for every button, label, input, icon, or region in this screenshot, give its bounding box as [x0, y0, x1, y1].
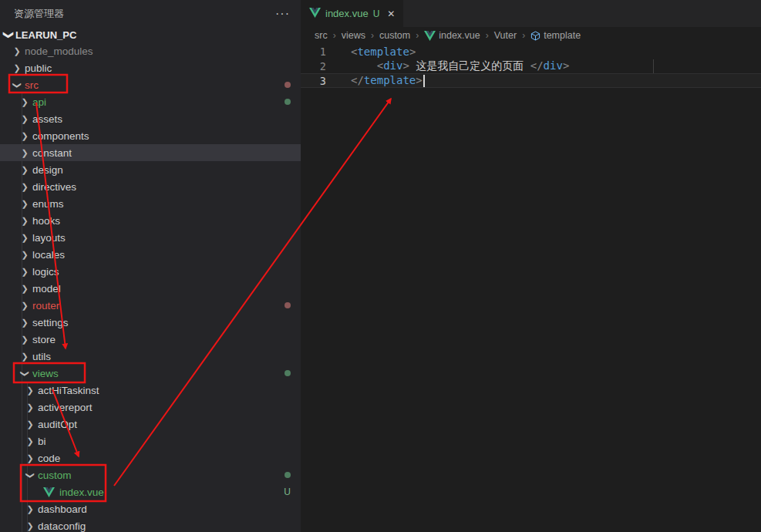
row-decorations: [285, 99, 291, 105]
breadcrumb-item-index.vue[interactable]: index.vue: [424, 30, 480, 41]
tree-item-settings[interactable]: ❯settings: [0, 314, 301, 331]
breadcrumb-item-views[interactable]: views: [342, 30, 365, 41]
tree-item-label: actHiTaskinst: [38, 385, 99, 396]
tree-item-design[interactable]: ❯design: [0, 161, 301, 178]
code-indent-guide: [653, 59, 654, 73]
status-dot-green: [285, 370, 291, 376]
tree-item-activereport[interactable]: ❯activereport: [0, 399, 301, 416]
project-root-row[interactable]: ❯ LEARUN_PC: [0, 28, 301, 42]
git-untracked-badge: U: [284, 487, 291, 497]
tree-item-label: logics: [32, 266, 59, 278]
code-token: </: [351, 74, 364, 86]
tree-item-utils[interactable]: ❯utils: [0, 348, 301, 365]
tree-item-auditOpt[interactable]: ❯auditOpt: [0, 416, 301, 433]
tree-item-constant[interactable]: ❯constant: [0, 144, 301, 161]
chevron-right-icon: ›: [486, 30, 489, 41]
breadcrumb-item-Vuter[interactable]: Vuter: [494, 30, 517, 41]
tree-item-label: components: [32, 130, 89, 142]
explorer-header: 资源管理器 ···: [0, 0, 301, 28]
code-text: <div> 这是我自己定义的页面 </div>: [335, 59, 569, 73]
code-token: >: [563, 59, 569, 72]
tree-item-enums[interactable]: ❯enums: [0, 195, 301, 212]
tree-item-code[interactable]: ❯code: [0, 450, 301, 466]
tab-file-icon-slot: [309, 7, 325, 21]
tree-item-locales[interactable]: ❯locales: [0, 246, 301, 263]
chevron-down-icon: ❯: [13, 79, 22, 91]
chevron-right-icon: ❯: [11, 47, 23, 56]
status-dot-red: [285, 82, 291, 88]
tree-item-api[interactable]: ❯api: [0, 93, 301, 110]
chevron-down-icon: ❯: [26, 469, 35, 481]
chevron-right-icon: ❯: [24, 437, 36, 446]
tab-index-vue[interactable]: index.vue U ✕: [301, 0, 403, 27]
tree-item-index.vue[interactable]: ❯ index.vueU: [0, 483, 301, 500]
chevron-right-icon: ❯: [19, 352, 31, 361]
breadcrumb-item-src[interactable]: src: [315, 30, 328, 41]
tree-item-label: activereport: [38, 402, 93, 413]
breadcrumb-label: views: [342, 30, 365, 41]
tree-item-assets[interactable]: ❯assets: [0, 110, 301, 127]
chevron-right-icon: ❯: [19, 217, 31, 225]
tree-item-label: auditOpt: [38, 419, 77, 430]
tree-item-custom[interactable]: ❯custom: [0, 466, 301, 483]
editor-tab-bar: index.vue U ✕: [301, 0, 761, 27]
tree-item-bi[interactable]: ❯bi: [0, 433, 301, 450]
more-actions-icon[interactable]: ···: [275, 7, 290, 21]
editor-group: index.vue U ✕ src›views›custom› index.vu…: [301, 0, 761, 532]
chevron-right-icon: ›: [371, 30, 374, 41]
tree-item-router[interactable]: ❯router: [0, 297, 301, 314]
row-decorations: U: [284, 487, 291, 497]
tree-item-layouts[interactable]: ❯layouts: [0, 229, 301, 246]
explorer-sidebar: 资源管理器 ··· ❯ LEARUN_PC ❯node_modules❯publ…: [0, 0, 301, 532]
tree-item-components[interactable]: ❯components: [0, 127, 301, 144]
tree-item-label: src: [25, 79, 39, 91]
vue-icon: [309, 8, 321, 18]
tree-item-label: model: [32, 283, 61, 295]
breadcrumb-label: src: [315, 30, 328, 41]
tree-item-actHiTaskinst[interactable]: ❯actHiTaskinst: [0, 382, 301, 399]
project-name: LEARUN_PC: [15, 29, 76, 41]
tree-item-label: locales: [32, 249, 65, 261]
tree-item-dashboard[interactable]: ❯dashboard: [0, 500, 301, 517]
code-line: 1<template>: [301, 44, 761, 59]
chevron-right-icon: ❯: [19, 301, 31, 310]
chevron-right-icon: ❯: [19, 318, 31, 327]
tree-item-label: utils: [32, 351, 51, 362]
chevron-right-icon: ❯: [19, 268, 31, 276]
status-dot-green: [285, 99, 291, 105]
tree-item-node_modules[interactable]: ❯node_modules: [0, 42, 301, 59]
tree-item-dataconfig[interactable]: ❯dataconfig: [0, 517, 301, 532]
tree-item-label: api: [32, 96, 46, 108]
tree-item-views[interactable]: ❯views: [0, 365, 301, 382]
tree-item-label: hooks: [32, 215, 60, 227]
breadcrumb-item-template[interactable]: template: [530, 30, 581, 41]
code-editor[interactable]: 1<template>2 <div> 这是我自己定义的页面 </div>3</t…: [301, 44, 761, 88]
tree-item-logics[interactable]: ❯logics: [0, 263, 301, 280]
breadcrumb: src›views›custom› index.vue›Vuter› templ…: [301, 27, 761, 44]
tree-item-label: bi: [38, 436, 46, 447]
close-icon[interactable]: ✕: [387, 8, 395, 19]
chevron-right-icon: ❯: [24, 454, 36, 463]
breadcrumb-label: template: [544, 30, 581, 41]
tree-item-label: views: [32, 368, 59, 379]
status-dot-green: [285, 472, 291, 478]
chevron-right-icon: ❯: [19, 251, 31, 259]
chevron-right-icon: ❯: [19, 149, 31, 157]
tree-item-store[interactable]: ❯store: [0, 331, 301, 348]
line-number: 1: [301, 45, 335, 58]
tree-item-public[interactable]: ❯public: [0, 59, 301, 76]
tree-item-src[interactable]: ❯src: [0, 76, 301, 93]
status-dot-red: [285, 302, 291, 308]
tree-item-label: dataconfig: [38, 520, 86, 532]
code-token: >: [416, 74, 422, 86]
row-decorations: [285, 472, 291, 478]
tree-item-label: index.vue: [59, 487, 104, 498]
tree-item-model[interactable]: ❯model: [0, 280, 301, 297]
code-token: template: [357, 45, 409, 58]
breadcrumb-item-custom[interactable]: custom: [379, 30, 410, 41]
file-tree: ❯node_modules❯public❯src❯api❯assets❯comp…: [0, 42, 301, 532]
chevron-right-icon: ❯: [19, 335, 31, 344]
tree-item-hooks[interactable]: ❯hooks: [0, 212, 301, 229]
text-cursor: [423, 75, 425, 87]
tree-item-directives[interactable]: ❯directives: [0, 178, 301, 195]
